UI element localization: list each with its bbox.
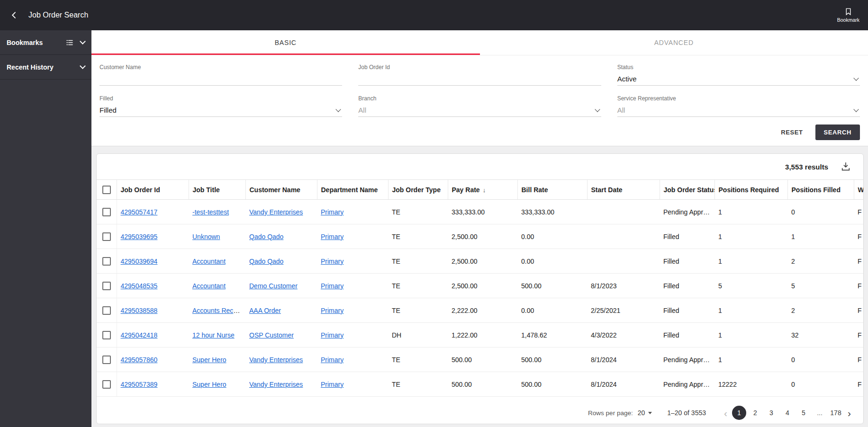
- title-link[interactable]: Accountant: [192, 258, 226, 265]
- department-link[interactable]: Primary: [321, 282, 344, 290]
- table-row: 4295048535AccountantDemo CustomerPrimary…: [97, 274, 863, 298]
- row-checkbox-cell: [97, 298, 117, 323]
- id-link[interactable]: 4295039695: [121, 233, 158, 240]
- bookmark-button[interactable]: Bookmark: [837, 8, 859, 23]
- page-button-1[interactable]: 1: [732, 406, 746, 420]
- cell-id: 4295057417: [117, 200, 189, 224]
- column-header-customer-name[interactable]: Customer Name: [245, 180, 317, 200]
- tab-advanced[interactable]: ADVANCED: [480, 30, 868, 55]
- title-link[interactable]: -test-testtest: [192, 208, 229, 216]
- app-root: Job Order Search Bookmark Bookmarks Rece…: [0, 0, 868, 427]
- status-field: Status Active: [617, 64, 860, 86]
- department-link[interactable]: Primary: [321, 356, 344, 364]
- cell-bill-rate: 333,333.00: [517, 200, 587, 224]
- download-button[interactable]: [841, 161, 851, 172]
- column-header-job-order-status[interactable]: Job Order Status: [660, 180, 714, 200]
- select-all-checkbox[interactable]: [102, 186, 111, 194]
- sort-descending-icon[interactable]: ↓: [483, 187, 486, 194]
- title-link[interactable]: Unknown: [192, 233, 220, 240]
- customer-link[interactable]: Vandy Enterprises: [249, 208, 303, 216]
- column-header-start-date[interactable]: Start Date: [587, 180, 660, 200]
- chevron-down-icon[interactable]: [80, 63, 86, 69]
- previous-page-button[interactable]: ‹: [720, 408, 731, 418]
- sidebar-item-bookmarks[interactable]: Bookmarks: [0, 30, 91, 55]
- status-select[interactable]: Active: [617, 72, 860, 86]
- id-link[interactable]: 4295039694: [121, 258, 158, 265]
- department-link[interactable]: Primary: [321, 307, 344, 314]
- cell-type: TE: [388, 372, 448, 397]
- sidebar-item-recent-history[interactable]: Recent History: [0, 55, 91, 80]
- row-checkbox[interactable]: [102, 208, 111, 216]
- id-link[interactable]: 4295057389: [121, 381, 158, 388]
- department-link[interactable]: Primary: [321, 233, 344, 240]
- search-button[interactable]: SEARCH: [815, 125, 860, 140]
- back-button[interactable]: [7, 8, 22, 23]
- chevron-down-icon[interactable]: [80, 38, 86, 44]
- search-filters-panel: Customer Name Job Order Id Status Active: [91, 55, 868, 146]
- page-button-3[interactable]: 3: [764, 406, 778, 420]
- customer-link[interactable]: Vandy Enterprises: [249, 356, 303, 364]
- row-checkbox[interactable]: [102, 380, 111, 389]
- title-link[interactable]: Super Hero: [192, 381, 226, 388]
- customer-link[interactable]: Vandy Enterprises: [249, 381, 303, 388]
- title-link[interactable]: Accountant: [192, 282, 226, 290]
- cell-pay-rate: 2,222.00: [448, 298, 517, 323]
- tab-basic-label: BASIC: [275, 39, 297, 46]
- customer-link[interactable]: Qado Qado: [249, 258, 283, 265]
- job-order-id-input[interactable]: [358, 72, 601, 86]
- filled-select[interactable]: Filled: [99, 104, 342, 117]
- title-link[interactable]: 12 hour Nurse: [192, 331, 235, 339]
- cell-bill-rate: 0.00: [517, 298, 587, 323]
- column-header-positions-required[interactable]: Positions Required: [714, 180, 787, 200]
- column-header-bill-rate[interactable]: Bill Rate: [517, 180, 587, 200]
- row-checkbox[interactable]: [102, 232, 111, 241]
- customer-link[interactable]: Qado Qado: [249, 233, 283, 240]
- tab-bar: BASIC ADVANCED: [91, 30, 868, 55]
- cell-positions-filled: 0: [787, 372, 854, 397]
- id-link[interactable]: 4295042418: [121, 331, 158, 339]
- pagination-range: 1–20 of 3553: [667, 409, 706, 417]
- row-checkbox[interactable]: [102, 282, 111, 290]
- row-checkbox-cell: [97, 274, 117, 298]
- customer-name-input[interactable]: [99, 72, 342, 86]
- customer-link[interactable]: Demo Customer: [249, 282, 298, 290]
- department-link[interactable]: Primary: [321, 381, 344, 388]
- department-link[interactable]: Primary: [321, 208, 344, 216]
- column-header-positions-filled[interactable]: Positions Filled: [787, 180, 854, 200]
- department-link[interactable]: Primary: [321, 331, 344, 339]
- chevron-down-icon: [595, 107, 600, 112]
- cell-extra: F: [854, 224, 863, 249]
- id-link[interactable]: 4295038588: [121, 307, 158, 314]
- column-header-pay-rate[interactable]: Pay Rate↓: [448, 180, 517, 200]
- customer-link[interactable]: OSP Customer: [249, 331, 294, 339]
- title-link[interactable]: Super Hero: [192, 356, 226, 364]
- row-checkbox[interactable]: [102, 356, 111, 364]
- department-link[interactable]: Primary: [321, 258, 344, 265]
- branch-select[interactable]: All: [358, 104, 601, 117]
- row-checkbox[interactable]: [102, 306, 111, 315]
- page-button-4[interactable]: 4: [780, 406, 795, 420]
- id-link[interactable]: 4295048535: [121, 282, 158, 290]
- page-button-178[interactable]: 178: [829, 406, 843, 420]
- row-checkbox[interactable]: [102, 257, 111, 266]
- tab-basic[interactable]: BASIC: [91, 30, 480, 55]
- rows-per-page-select[interactable]: 20: [638, 409, 652, 417]
- customer-link[interactable]: AAA Order: [249, 307, 281, 314]
- page-button-5[interactable]: 5: [796, 406, 811, 420]
- filled-label: Filled: [99, 95, 342, 102]
- column-header-job-order-type[interactable]: Job Order Type: [388, 180, 448, 200]
- column-header-w[interactable]: W: [854, 180, 863, 200]
- row-checkbox[interactable]: [102, 331, 111, 339]
- column-header-job-title[interactable]: Job Title: [189, 180, 245, 200]
- id-link[interactable]: 4295057860: [121, 356, 158, 364]
- title-link[interactable]: Accounts Recei...: [192, 307, 244, 314]
- column-header-department-name[interactable]: Department Name: [317, 180, 388, 200]
- service-representative-select[interactable]: All: [617, 104, 860, 117]
- bookmark-icon: [844, 8, 852, 16]
- page-button-2[interactable]: 2: [748, 406, 762, 420]
- next-page-button[interactable]: ›: [844, 408, 855, 418]
- column-header-job-order-id[interactable]: Job Order Id: [117, 180, 189, 200]
- list-icon[interactable]: [65, 38, 74, 47]
- reset-button[interactable]: RESET: [775, 125, 808, 140]
- id-link[interactable]: 4295057417: [121, 208, 158, 216]
